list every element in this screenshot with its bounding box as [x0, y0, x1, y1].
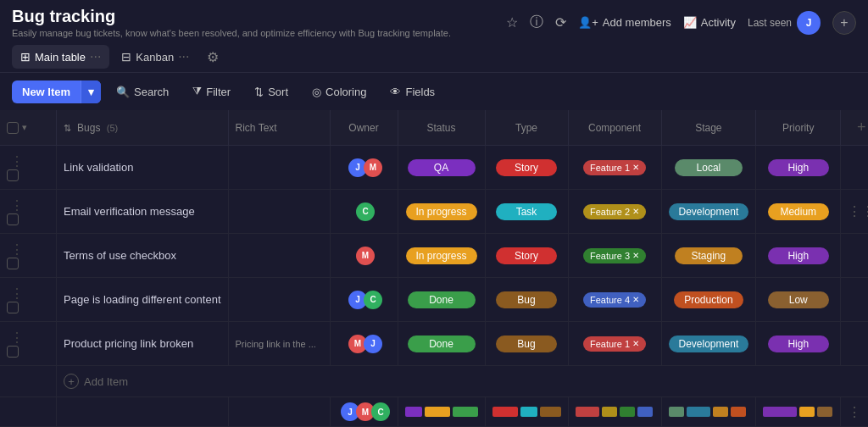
new-item-arrow[interactable]: ▾: [81, 80, 101, 103]
row-name[interactable]: Page is loading different content: [57, 278, 229, 322]
row-stage[interactable]: Development: [661, 322, 756, 366]
row-component[interactable]: Feature 1 ✕: [568, 322, 661, 366]
footer-menu[interactable]: ⋮: [848, 405, 861, 419]
status-badge[interactable]: Done: [408, 336, 476, 352]
row-stage[interactable]: Local: [661, 146, 756, 190]
row-component[interactable]: Feature 2 ✕: [568, 190, 661, 234]
type-badge[interactable]: Story: [496, 247, 557, 264]
row-name[interactable]: Link validation: [57, 146, 229, 190]
row-type[interactable]: Bug: [485, 278, 568, 322]
row-status[interactable]: QA: [398, 146, 485, 190]
type-badge[interactable]: Bug: [496, 291, 557, 308]
row-checkbox[interactable]: [7, 169, 19, 181]
add-item-row[interactable]: + Add Item: [0, 366, 868, 397]
type-badge[interactable]: Task: [496, 203, 557, 220]
activity-button[interactable]: 📈 Activity: [683, 16, 736, 29]
stage-badge[interactable]: Production: [674, 291, 743, 308]
status-badge[interactable]: In progress: [406, 247, 477, 264]
row-menu[interactable]: [841, 322, 868, 366]
row-status[interactable]: Done: [398, 278, 485, 322]
row-component[interactable]: Feature 1 ✕: [568, 146, 661, 190]
row-checkbox[interactable]: [7, 302, 19, 313]
row-priority[interactable]: Medium: [756, 190, 841, 234]
add-avatar-button[interactable]: +: [832, 11, 856, 35]
drag-handle[interactable]: ⋮: [7, 330, 27, 345]
coloring-button[interactable]: ◎ Coloring: [303, 80, 375, 103]
row-priority[interactable]: High: [756, 234, 841, 278]
row-status[interactable]: Done: [398, 322, 485, 366]
tab-main-table[interactable]: ⊞ Main table ···: [12, 45, 109, 69]
priority-badge[interactable]: High: [768, 247, 829, 264]
component-badge[interactable]: Feature 1 ✕: [583, 336, 646, 352]
row-menu[interactable]: [841, 278, 868, 322]
row-menu[interactable]: [841, 234, 868, 278]
drag-handle[interactable]: ⋮: [7, 242, 27, 257]
search-button[interactable]: 🔍 Search: [108, 80, 177, 103]
component-badge[interactable]: Feature 2 ✕: [583, 204, 646, 219]
row-type[interactable]: Bug: [485, 322, 568, 366]
type-badge[interactable]: Bug: [496, 336, 557, 352]
new-item-label[interactable]: New Item: [12, 80, 81, 103]
row-checkbox[interactable]: [7, 258, 19, 269]
row-priority[interactable]: High: [756, 146, 841, 190]
component-badge[interactable]: Feature 4 ✕: [583, 292, 646, 308]
row-name[interactable]: Terms of use checkbox: [57, 234, 229, 278]
row-name[interactable]: Product pricing link broken: [57, 322, 229, 366]
component-badge[interactable]: Feature 1 ✕: [583, 160, 646, 175]
row-menu[interactable]: [841, 146, 868, 190]
drag-handle[interactable]: ⋮: [7, 286, 27, 301]
settings-icon[interactable]: ⚙: [207, 49, 219, 65]
add-item-label[interactable]: + Add Item: [57, 366, 869, 397]
component-badge[interactable]: Feature 3 ✕: [583, 248, 646, 263]
select-all-checkbox[interactable]: [7, 122, 19, 134]
tab-kanban-menu[interactable]: ···: [178, 49, 189, 64]
row-component[interactable]: Feature 4 ✕: [568, 278, 661, 322]
stage-badge[interactable]: Development: [669, 203, 749, 220]
drag-handle[interactable]: ⋮: [7, 198, 27, 213]
priority-badge[interactable]: High: [768, 336, 829, 352]
tab-kanban[interactable]: ⊟ Kanban ···: [113, 45, 198, 69]
row-component[interactable]: Feature 3 ✕: [568, 234, 661, 278]
new-item-button[interactable]: New Item ▾: [12, 80, 101, 103]
stage-badge[interactable]: Local: [675, 159, 743, 176]
drag-handle[interactable]: ⋮: [7, 154, 27, 169]
status-badge[interactable]: Done: [408, 291, 476, 308]
row-type[interactable]: Task: [485, 190, 568, 234]
priority-badge[interactable]: Medium: [768, 203, 829, 220]
status-badge[interactable]: QA: [408, 159, 476, 176]
footer-priority: [756, 397, 841, 427]
row-stage[interactable]: Development: [661, 190, 756, 234]
add-members-button[interactable]: 👤+ Add members: [578, 16, 671, 29]
row-stage[interactable]: Staging: [661, 234, 756, 278]
fields-button[interactable]: 👁 Fields: [381, 80, 443, 103]
row-status[interactable]: In progress: [398, 234, 485, 278]
stage-badge[interactable]: Development: [669, 336, 749, 352]
row-menu[interactable]: ⋮⋮: [841, 190, 868, 234]
row-priority[interactable]: High: [756, 322, 841, 366]
sort-button[interactable]: ⇅ Sort: [246, 80, 297, 103]
row-stage[interactable]: Production: [661, 278, 756, 322]
tab-main-table-menu[interactable]: ···: [90, 49, 101, 64]
row-checkbox[interactable]: [7, 346, 19, 358]
stage-badge[interactable]: Staging: [675, 247, 743, 264]
row-status[interactable]: In progress: [398, 190, 485, 234]
color-high: [763, 407, 797, 417]
priority-badge[interactable]: Low: [768, 291, 829, 308]
select-all-chevron[interactable]: ▾: [22, 122, 27, 133]
color-f4: [637, 407, 653, 417]
row-type[interactable]: Story: [485, 146, 568, 190]
row-checkbox[interactable]: [7, 214, 19, 225]
row-name[interactable]: Email verification message: [57, 190, 229, 234]
row-type[interactable]: Story: [485, 234, 568, 278]
row-priority[interactable]: Low: [756, 278, 841, 322]
row-dots-menu[interactable]: ⋮⋮: [848, 204, 868, 219]
info-icon[interactable]: ⓘ: [530, 14, 543, 31]
footer-extra[interactable]: ⋮: [841, 397, 868, 427]
priority-badge[interactable]: High: [768, 159, 829, 176]
status-badge[interactable]: In progress: [406, 203, 477, 220]
type-badge[interactable]: Story: [496, 159, 557, 176]
th-add-column[interactable]: +: [841, 110, 868, 146]
filter-button[interactable]: ⧩ Filter: [184, 80, 239, 103]
share-icon[interactable]: ⟳: [555, 14, 566, 30]
star-icon[interactable]: ☆: [506, 14, 518, 30]
